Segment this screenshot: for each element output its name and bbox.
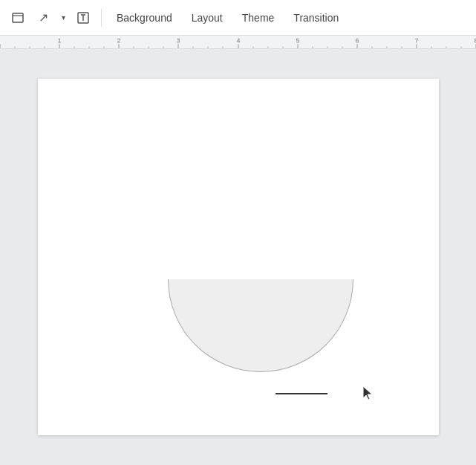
background-button[interactable]: Background	[108, 6, 181, 30]
semicircle-shape[interactable]	[168, 279, 353, 372]
transition-button[interactable]: Transition	[284, 6, 348, 30]
layout-button[interactable]: Layout	[183, 6, 232, 30]
toolbar: ↗ ▾ Background Layout Theme Transition	[0, 0, 476, 36]
arrow-dropdown-button[interactable]: ▾	[56, 6, 70, 30]
canvas-area	[0, 49, 476, 465]
bottom-line-decoration	[276, 393, 327, 394]
toolbar-divider	[101, 9, 102, 27]
ruler	[0, 36, 476, 49]
ruler-canvas	[0, 36, 476, 48]
cursor-indicator	[362, 385, 374, 403]
theme-button[interactable]: Theme	[233, 6, 284, 30]
svg-rect-0	[13, 13, 23, 22]
slide[interactable]	[38, 79, 439, 435]
semicircle	[168, 279, 353, 372]
insert-textbox-button[interactable]	[71, 6, 95, 30]
arrow-tool-button[interactable]: ↗	[31, 6, 55, 30]
slides-home-button[interactable]	[6, 6, 30, 30]
